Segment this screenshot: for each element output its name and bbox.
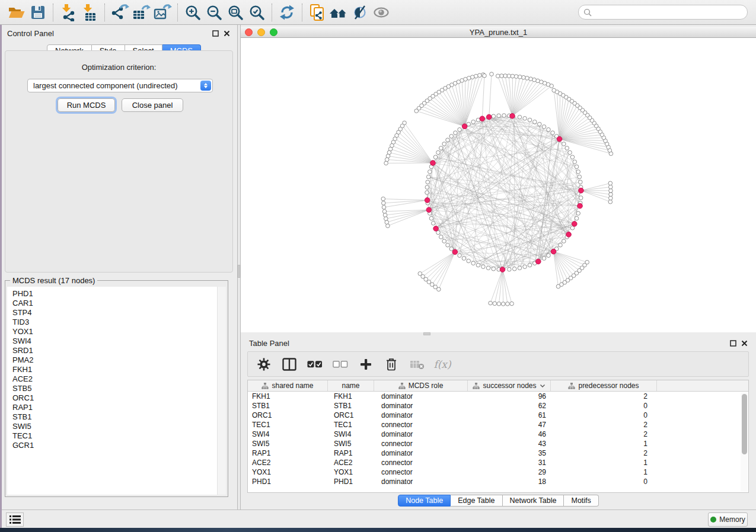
delete-column-button[interactable] (384, 356, 399, 373)
satellite-node[interactable] (518, 75, 522, 79)
satellite-node[interactable] (608, 196, 613, 200)
member-node[interactable] (532, 120, 537, 124)
satellite-node[interactable] (609, 189, 613, 193)
table-row[interactable]: FKH1FKH1dominator962 (248, 392, 748, 401)
member-node[interactable] (492, 114, 496, 118)
satellite-node[interactable] (496, 74, 500, 78)
dominator-node[interactable] (425, 198, 430, 203)
table-cell[interactable]: 0 (551, 477, 657, 486)
mcds-result-item[interactable]: STP4 (12, 308, 217, 318)
table-cell[interactable]: 35 (468, 448, 551, 458)
satellite-node[interactable] (381, 197, 385, 201)
dominator-node[interactable] (426, 207, 432, 213)
table-cell[interactable]: 96 (468, 392, 551, 401)
member-node[interactable] (458, 254, 462, 258)
satellite-node[interactable] (382, 206, 386, 210)
table-cell[interactable]: 18 (468, 477, 551, 486)
table-cell[interactable]: RAP1 (248, 448, 328, 458)
table-cell[interactable]: 2 (551, 430, 657, 439)
member-node[interactable] (512, 267, 516, 271)
import-network-button[interactable] (58, 2, 79, 23)
mcds-result-item[interactable]: PMA2 (12, 355, 217, 365)
member-node[interactable] (497, 114, 501, 118)
satellite-node[interactable] (384, 217, 388, 221)
member-node[interactable] (426, 175, 430, 179)
member-node[interactable] (426, 180, 430, 184)
satellite-node[interactable] (608, 181, 613, 185)
satellite-node[interactable] (552, 88, 556, 92)
dominator-node[interactable] (452, 249, 458, 255)
member-node[interactable] (575, 165, 579, 169)
dominator-node[interactable] (557, 136, 562, 142)
mcds-result-item[interactable]: PHD1 (12, 289, 217, 299)
satellite-node[interactable] (522, 75, 526, 79)
member-node[interactable] (576, 170, 580, 174)
table-cell[interactable]: FKH1 (328, 392, 374, 401)
dominator-node[interactable] (480, 116, 485, 121)
table-cell[interactable]: 31 (468, 458, 551, 467)
table-cell[interactable]: SWI5 (328, 439, 374, 448)
member-node[interactable] (559, 243, 563, 247)
dominator-node[interactable] (566, 232, 572, 238)
member-node[interactable] (568, 150, 572, 155)
table-cell[interactable]: PHD1 (328, 477, 374, 486)
memory-button[interactable]: Memory (708, 512, 748, 527)
show-task-history-button[interactable] (6, 512, 24, 527)
satellite-node[interactable] (489, 301, 493, 305)
satellite-node[interactable] (608, 185, 613, 189)
close-panel-button[interactable]: Close panel (122, 98, 183, 112)
export-image-button[interactable] (152, 2, 173, 23)
member-node[interactable] (431, 221, 435, 225)
table-row[interactable]: ACE2ACE2connector311 (248, 458, 748, 467)
satellite-node[interactable] (385, 158, 389, 162)
mcds-result-item[interactable]: SWI4 (12, 336, 217, 346)
satellite-node[interactable] (437, 287, 441, 291)
satellite-node[interactable] (386, 224, 390, 228)
double-home-button[interactable] (328, 2, 349, 23)
zoom-selected-button[interactable] (246, 2, 267, 23)
satellite-node[interactable] (506, 302, 510, 306)
member-node[interactable] (442, 239, 446, 243)
member-node[interactable] (433, 155, 438, 159)
member-node[interactable] (492, 267, 496, 271)
satellite-node[interactable] (514, 75, 518, 79)
split-panel-button[interactable] (282, 356, 297, 373)
member-node[interactable] (442, 142, 446, 146)
satellite-node[interactable] (497, 302, 501, 306)
mcds-result-item[interactable]: TEC1 (12, 431, 217, 441)
table-cell[interactable]: SWI5 (248, 439, 328, 448)
splitter-grip[interactable] (238, 265, 240, 278)
table-cell[interactable]: 2 (551, 420, 657, 430)
tab-network-table[interactable]: Network Table (503, 495, 564, 507)
dominator-node[interactable] (578, 203, 583, 209)
satellite-node[interactable] (529, 77, 533, 81)
export-network-button[interactable] (109, 2, 130, 23)
table-cell[interactable]: 2 (551, 392, 657, 401)
mcds-result-item[interactable]: CAR1 (12, 299, 217, 308)
table-cell[interactable]: 61 (468, 411, 551, 420)
member-node[interactable] (425, 185, 429, 190)
member-node[interactable] (428, 170, 432, 174)
satellite-node[interactable] (490, 72, 494, 76)
dominator-node[interactable] (500, 267, 505, 273)
mcds-result-item[interactable]: STB5 (12, 384, 217, 393)
member-node[interactable] (446, 243, 450, 247)
member-node[interactable] (462, 257, 466, 261)
table-cell[interactable]: ORC1 (328, 411, 374, 420)
member-node[interactable] (518, 115, 522, 119)
member-node[interactable] (486, 266, 490, 270)
table-cell[interactable]: TEC1 (328, 420, 374, 430)
table-cell[interactable]: dominator (374, 411, 468, 420)
run-mcds-button[interactable]: Run MCDS (58, 98, 115, 112)
deselect-all-button[interactable] (333, 356, 348, 373)
member-node[interactable] (458, 127, 462, 132)
satellite-node[interactable] (608, 200, 613, 204)
member-node[interactable] (547, 127, 551, 132)
refresh-layout-button[interactable] (276, 2, 298, 23)
column-header-shared-name[interactable]: shared name (248, 380, 328, 391)
member-node[interactable] (575, 216, 579, 220)
table-cell[interactable]: 43 (468, 439, 551, 448)
member-node[interactable] (542, 257, 546, 261)
member-node[interactable] (502, 114, 506, 118)
mcds-result-item[interactable]: SWI5 (12, 422, 217, 431)
